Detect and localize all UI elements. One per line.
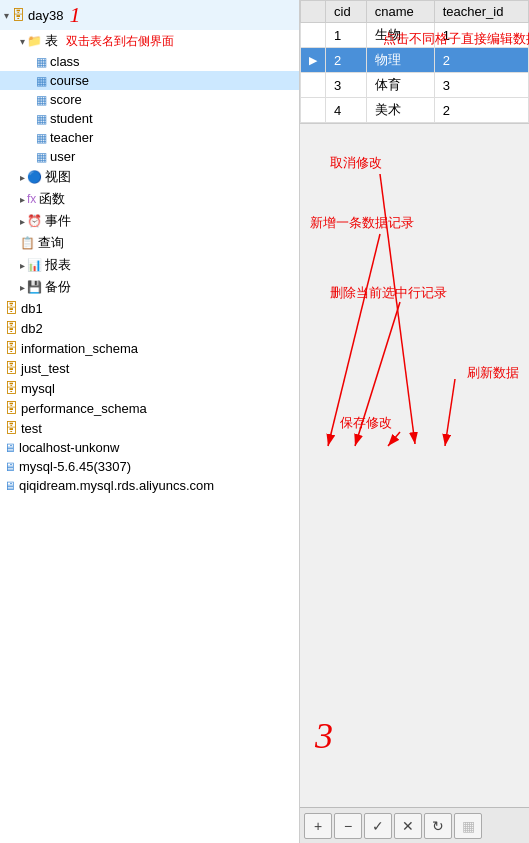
annotation-num-1: 1: [69, 2, 80, 28]
query-icon: 📋: [20, 236, 35, 250]
svg-line-4: [388, 432, 400, 446]
annotation-new-record: 新增一条数据记录: [310, 214, 414, 232]
tree-db-db2[interactable]: 🗄 db2: [0, 318, 299, 338]
tree-query-folder[interactable]: 📋 查询: [0, 232, 299, 254]
expand-arrow: ▾: [4, 10, 9, 21]
table-icon-teacher: ▦: [36, 131, 47, 145]
cell-cid-3[interactable]: 3: [326, 73, 367, 98]
refresh-button[interactable]: ↻: [424, 813, 452, 839]
views-arrow: ▸: [20, 172, 25, 183]
mysql-db-label: mysql: [21, 381, 55, 396]
table-row[interactable]: 1 生物 1: [301, 23, 529, 48]
table-icon-class: ▦: [36, 55, 47, 69]
tree-server-localhost[interactable]: 🖥 localhost-unkonw: [0, 438, 299, 457]
tree-report-folder[interactable]: ▸ 📊 报表: [0, 254, 299, 276]
col-header-cname[interactable]: cname: [366, 1, 434, 23]
info-schema-icon: 🗄: [4, 340, 18, 356]
cell-teacher-id-2[interactable]: 2: [434, 48, 528, 73]
row-indicator-4: [301, 98, 326, 123]
grid-button[interactable]: ▦: [454, 813, 482, 839]
tree-table-student[interactable]: ▦ student: [0, 109, 299, 128]
server-icon-aliyun: 🖥: [4, 479, 16, 493]
table-label-student: student: [50, 111, 93, 126]
cell-cid[interactable]: 1: [326, 23, 367, 48]
cell-teacher-id-4[interactable]: 2: [434, 98, 528, 123]
db1-icon: 🗄: [4, 300, 18, 316]
top-section: cid cname teacher_id 1 生物 1 ▶ 2: [300, 0, 529, 124]
report-icon: 📊: [27, 258, 42, 272]
tree-db-mysql[interactable]: 🗄 mysql: [0, 378, 299, 398]
tree-db-performance-schema[interactable]: 🗄 performance_schema: [0, 398, 299, 418]
perf-schema-label: performance_schema: [21, 401, 147, 416]
tree-table-class[interactable]: ▦ class: [0, 52, 299, 71]
tree-tables-folder[interactable]: ▾ 📁 表 双击表名到右侧界面: [0, 30, 299, 52]
table-label-course: course: [50, 73, 89, 88]
cell-teacher-id[interactable]: 1: [434, 23, 528, 48]
right-panel: cid cname teacher_id 1 生物 1 ▶ 2: [300, 0, 529, 843]
bottom-toolbar: + − ✓ ✕ ↻ ▦: [300, 807, 529, 843]
report-label: 报表: [45, 256, 71, 274]
tree-views-folder[interactable]: ▸ 🔵 视图: [0, 166, 299, 188]
server-icon-mysql: 🖥: [4, 460, 16, 474]
tree-db-information-schema[interactable]: 🗄 information_schema: [0, 338, 299, 358]
confirm-button[interactable]: ✓: [364, 813, 392, 839]
just-test-icon: 🗄: [4, 360, 18, 376]
tree-functions-folder[interactable]: ▸ fx 函数: [0, 188, 299, 210]
annotation-num-3: 3: [315, 715, 333, 757]
table-row-selected[interactable]: ▶ 2 物理 2: [301, 48, 529, 73]
col-header-cid[interactable]: cid: [326, 1, 367, 23]
tree-server-aliyun[interactable]: 🖥 qiqidream.mysql.rds.aliyuncs.com: [0, 476, 299, 495]
tree-server-mysql[interactable]: 🖥 mysql-5.6.45(3307): [0, 457, 299, 476]
cell-cname-4[interactable]: 美术: [366, 98, 434, 123]
course-table: cid cname teacher_id 1 生物 1 ▶ 2: [300, 0, 529, 123]
functions-label: 函数: [39, 190, 65, 208]
row-indicator-selected: ▶: [301, 48, 326, 73]
col-header-teacher-id[interactable]: teacher_id: [434, 1, 528, 23]
tree-db-just-test[interactable]: 🗄 just_test: [0, 358, 299, 378]
annotation-dblclick: 双击表名到右侧界面: [66, 33, 174, 50]
table-icon-score: ▦: [36, 93, 47, 107]
db-label: day38: [28, 8, 63, 23]
func-arrow: ▸: [20, 194, 25, 205]
tables-label: 表: [45, 32, 58, 50]
table-label-class: class: [50, 54, 80, 69]
cell-cid-4[interactable]: 4: [326, 98, 367, 123]
table-icon-course: ▦: [36, 74, 47, 88]
tree-table-teacher[interactable]: ▦ teacher: [0, 128, 299, 147]
backup-arrow: ▸: [20, 282, 25, 293]
cell-cid-2[interactable]: 2: [326, 48, 367, 73]
annotation-delete-record: 删除当前选中行记录: [330, 284, 447, 302]
tree-table-score[interactable]: ▦ score: [0, 90, 299, 109]
mysql-db-icon: 🗄: [4, 380, 18, 396]
test-db-label: test: [21, 421, 42, 436]
tree-db-day38[interactable]: ▾ 🗄 day38 1: [0, 0, 299, 30]
server-mysql-label: mysql-5.6.45(3307): [19, 459, 131, 474]
tree-db-test[interactable]: 🗄 test: [0, 418, 299, 438]
db-icon: 🗄: [11, 7, 25, 23]
annotation-save-changes: 保存修改: [340, 414, 392, 432]
add-record-button[interactable]: +: [304, 813, 332, 839]
table-row[interactable]: 4 美术 2: [301, 98, 529, 123]
cell-cname[interactable]: 生物: [366, 23, 434, 48]
cell-cname-2[interactable]: 物理: [366, 48, 434, 73]
tree-db-db1[interactable]: 🗄 db1: [0, 298, 299, 318]
table-icon-student: ▦: [36, 112, 47, 126]
backup-label: 备份: [45, 278, 71, 296]
table-row[interactable]: 3 体育 3: [301, 73, 529, 98]
db2-icon: 🗄: [4, 320, 18, 336]
col-header-indicator: [301, 1, 326, 23]
cancel-button[interactable]: ✕: [394, 813, 422, 839]
cell-cname-3[interactable]: 体育: [366, 73, 434, 98]
db2-label: db2: [21, 321, 43, 336]
tree-table-course[interactable]: ▦ course: [0, 71, 299, 90]
svg-line-5: [445, 379, 455, 446]
info-schema-label: information_schema: [21, 341, 138, 356]
delete-record-button[interactable]: −: [334, 813, 362, 839]
tree-table-user[interactable]: ▦ user: [0, 147, 299, 166]
folder-icon: 📁: [27, 34, 42, 48]
tree-backup-folder[interactable]: ▸ 💾 备份: [0, 276, 299, 298]
event-icon: ⏰: [27, 214, 42, 228]
tree-events-folder[interactable]: ▸ ⏰ 事件: [0, 210, 299, 232]
cell-teacher-id-3[interactable]: 3: [434, 73, 528, 98]
backup-icon: 💾: [27, 280, 42, 294]
